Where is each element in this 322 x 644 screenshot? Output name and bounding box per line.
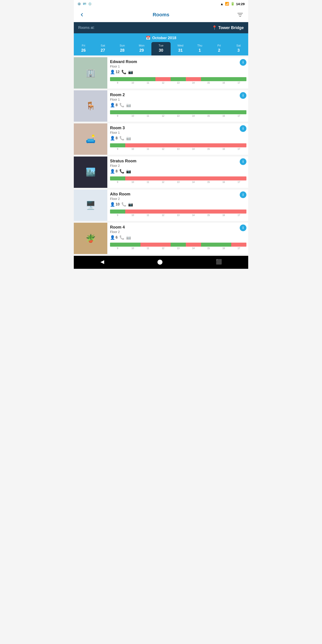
day-cell-sat27[interactable]: Sat 27 xyxy=(93,42,113,56)
room-info-button-5[interactable]: i xyxy=(240,224,246,231)
room-floor: Floor 2 xyxy=(110,164,246,168)
person-icon: 👤 xyxy=(110,235,115,240)
room-info-button-2[interactable]: i xyxy=(240,125,246,132)
timeline-slot xyxy=(156,242,170,247)
timeline-label: 16 xyxy=(216,214,231,216)
room-card-2[interactable]: 🛋️ Room 3 Floor 1 👤 8 📞 📷 91011121314151… xyxy=(74,124,248,155)
timeline-label: 14 xyxy=(186,247,201,250)
timeline-label: 14 xyxy=(186,148,201,150)
timeline-slot xyxy=(156,110,170,114)
day-cell-sun28[interactable]: Sun 28 xyxy=(112,42,132,56)
timeline-label: 9 xyxy=(110,148,125,150)
nav-recent-button[interactable]: ⬛ xyxy=(211,258,226,266)
status-time: 14:29 xyxy=(236,2,245,6)
room-card-1[interactable]: 🪑 Room 2 Floor 1 👤 8 📞 📷 910111213141516… xyxy=(74,90,248,122)
room-info-4: Alto Room Floor 2 👤 10 📞 📷 9101112131415… xyxy=(107,190,248,221)
back-button[interactable] xyxy=(77,10,86,19)
room-card-3[interactable]: 🏙️ Stratus Room Floor 2 👤 8 📞 📷 91011121… xyxy=(74,156,248,188)
room-info-button-0[interactable]: i xyxy=(240,59,246,66)
location-name[interactable]: 📍 Tower Bridge xyxy=(212,25,244,30)
filter-icon xyxy=(237,12,243,17)
location-bar: Rooms at: 📍 Tower Bridge xyxy=(74,22,248,33)
timeline-slot xyxy=(156,210,170,214)
room-capacity: 👤 8 xyxy=(110,136,118,141)
room-capacity: 👤 8 xyxy=(110,103,118,108)
room-amenities: 👤 8 📞 📷 xyxy=(110,136,246,141)
nav-home-button[interactable]: ⬤ xyxy=(153,258,167,266)
room-name: Room 4 xyxy=(110,225,246,230)
timeline-slot xyxy=(201,110,216,114)
nav-back-button[interactable]: ◀ xyxy=(96,258,109,266)
day-cell-tue30[interactable]: Tue 30 xyxy=(152,42,171,56)
room-timeline xyxy=(110,242,246,247)
timeline-slot xyxy=(186,176,201,180)
day-cell-fri2[interactable]: Fri 2 xyxy=(210,42,229,56)
timeline-label: 13 xyxy=(170,148,186,150)
timeline-label: 14 xyxy=(186,115,201,117)
days-row[interactable]: Fri 26 Sat 27 Sun 28 Mon 29 Tue 30 Wed 3… xyxy=(74,42,248,56)
timeline-label: 11 xyxy=(140,247,156,250)
room-info-0: Edward Room Floor 1 👤 12 📞 📷 91011121314… xyxy=(107,57,248,88)
room-timeline xyxy=(110,176,246,180)
timeline-label: 11 xyxy=(140,82,156,84)
day-cell-mon29[interactable]: Mon 29 xyxy=(132,42,152,56)
room-info-1: Room 2 Floor 1 👤 8 📞 📷 91011121314151617 xyxy=(107,90,248,122)
timeline-label: 12 xyxy=(156,148,170,150)
room-card-0[interactable]: 🏢 Edward Room Floor 1 👤 12 📞 📷 910111213… xyxy=(74,57,248,88)
sim-icon: 🪪 xyxy=(83,2,86,6)
camera-icon-inactive: 📷 xyxy=(126,235,131,240)
timeline-slot xyxy=(216,176,231,180)
timeline-label: 12 xyxy=(156,115,170,117)
room-amenities: 👤 8 📞 📷 xyxy=(110,103,246,108)
timeline-slot xyxy=(170,143,186,147)
timeline-slot xyxy=(110,110,125,114)
room-amenities: 👤 10 📞 📷 xyxy=(110,202,246,207)
room-name: Room 3 xyxy=(110,126,246,130)
room-floor: Floor 2 xyxy=(110,197,246,200)
room-info-button-1[interactable]: i xyxy=(240,92,246,99)
timeline-label: 16 xyxy=(216,82,231,84)
timeline-slot xyxy=(231,143,246,147)
page-title: Rooms xyxy=(86,12,236,18)
timeline-slot xyxy=(231,242,246,247)
room-info-3: Stratus Room Floor 2 👤 8 📞 📷 91011121314… xyxy=(107,156,248,188)
timeline-label: 15 xyxy=(201,214,216,216)
room-card-5[interactable]: 🪴 Room 4 Floor 2 👤 6 📞 📷 910111213141516… xyxy=(74,223,248,254)
filter-button[interactable] xyxy=(236,10,245,19)
timeline-label: 16 xyxy=(216,115,231,117)
timeline-label: 10 xyxy=(125,214,140,216)
room-name: Room 2 xyxy=(110,92,246,97)
timeline-label: 15 xyxy=(201,181,216,183)
room-floor: Floor 2 xyxy=(110,230,246,234)
day-cell-fri26[interactable]: Fri 26 xyxy=(74,42,93,56)
room-info-button-4[interactable]: i xyxy=(240,192,246,198)
timeline-slot xyxy=(231,210,246,214)
timeline-label: 13 xyxy=(170,115,186,117)
room-name: Alto Room xyxy=(110,192,246,196)
day-cell-thu1[interactable]: Thu 1 xyxy=(190,42,210,56)
timeline-slot xyxy=(156,176,170,180)
timeline-slot xyxy=(125,242,140,247)
day-cell-wed31[interactable]: Wed 31 xyxy=(170,42,190,56)
timeline-label: 17 xyxy=(231,148,246,150)
back-icon xyxy=(79,12,84,18)
nav-bar: ◀ ⬤ ⬛ xyxy=(74,256,248,269)
timeline-slot xyxy=(140,210,156,214)
room-floor: Floor 1 xyxy=(110,131,246,134)
day-cell-sat3[interactable]: Sat 3 xyxy=(229,42,248,56)
timeline-slot xyxy=(186,143,201,147)
timeline-slot xyxy=(231,110,246,114)
person-icon: 👤 xyxy=(110,103,115,108)
timeline-label: 12 xyxy=(156,82,170,84)
room-card-4[interactable]: 🖥️ Alto Room Floor 2 👤 10 📞 📷 9101112131… xyxy=(74,190,248,221)
rooms-at-label: Rooms at: xyxy=(78,26,94,30)
room-info-button-3[interactable]: i xyxy=(240,158,246,165)
timeline-slot xyxy=(170,110,186,114)
timeline-label: 9 xyxy=(110,214,125,216)
camera-icon: 📷 xyxy=(128,70,133,74)
room-timeline xyxy=(110,143,246,147)
timeline-slot xyxy=(140,176,156,180)
timeline-slot xyxy=(110,242,125,247)
person-icon: 👤 xyxy=(110,169,115,174)
timeline-slot xyxy=(201,176,216,180)
